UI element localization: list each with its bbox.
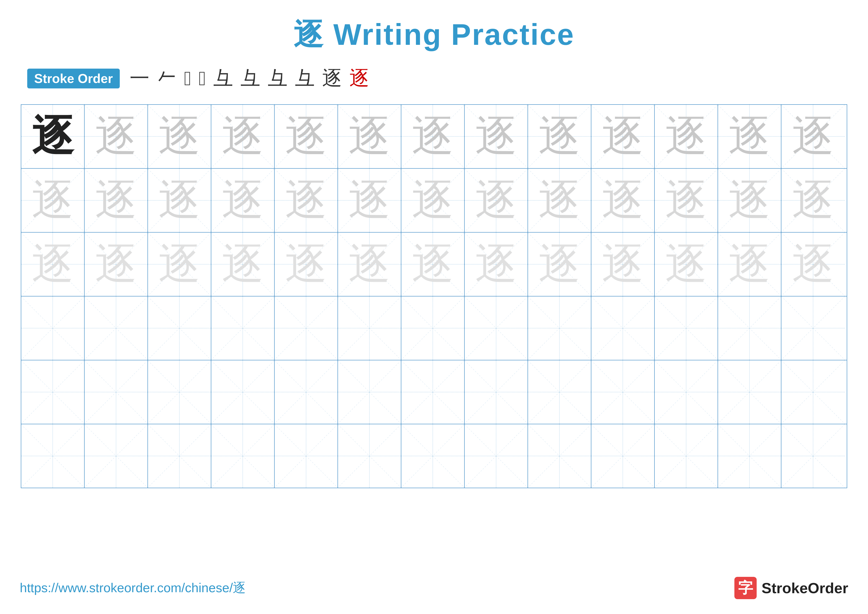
- grid-row-5: [21, 361, 847, 424]
- practice-char: 逐: [222, 179, 264, 221]
- svg-line-128: [781, 361, 845, 424]
- cell-4-11: [655, 297, 718, 360]
- cell-3-4: 逐: [211, 233, 274, 296]
- practice-char: 逐: [285, 115, 327, 157]
- practice-char: 逐: [792, 179, 834, 221]
- cell-5-13: [781, 361, 845, 424]
- stroke-6: 彑: [240, 65, 260, 92]
- practice-char: 逐: [349, 179, 391, 221]
- cell-1-13: 逐: [781, 105, 845, 168]
- cell-4-13: [781, 297, 845, 360]
- cell-2-11: 逐: [655, 169, 718, 232]
- practice-char: 逐: [222, 115, 264, 157]
- cell-3-3: 逐: [148, 233, 211, 296]
- grid-row-6: [21, 424, 847, 488]
- svg-line-154: [781, 424, 845, 488]
- cell-5-11: [655, 361, 718, 424]
- svg-line-120: [528, 361, 591, 424]
- grid-row-1: 逐 逐 逐 逐 逐 逐 逐: [21, 105, 847, 169]
- svg-line-91: [401, 297, 464, 360]
- svg-line-81: [85, 297, 147, 360]
- cell-2-6: 逐: [338, 169, 401, 232]
- cell-6-7: [401, 424, 465, 488]
- practice-char: 逐: [158, 115, 200, 157]
- cell-4-10: [591, 297, 655, 360]
- cell-1-6: 逐: [338, 105, 401, 168]
- svg-line-123: [591, 361, 654, 424]
- cell-6-2: [85, 424, 148, 488]
- cell-3-11: 逐: [655, 233, 718, 296]
- cell-5-9: [528, 361, 591, 424]
- svg-line-89: [338, 297, 401, 360]
- cell-3-10: 逐: [591, 233, 655, 296]
- stroke-3: 𠃌: [184, 67, 191, 90]
- svg-line-79: [21, 297, 84, 360]
- svg-line-98: [655, 297, 718, 360]
- svg-line-100: [718, 297, 781, 360]
- cell-3-2: 逐: [85, 233, 148, 296]
- svg-line-146: [528, 424, 591, 487]
- svg-line-113: [274, 361, 338, 424]
- svg-line-97: [591, 297, 654, 360]
- practice-char: 逐: [728, 179, 770, 221]
- stroke-9: 逐: [322, 65, 342, 92]
- cell-6-11: [655, 424, 718, 488]
- practice-char: 逐: [412, 179, 454, 221]
- svg-line-133: [85, 424, 147, 487]
- cell-6-6: [338, 424, 401, 488]
- cell-2-12: 逐: [718, 169, 781, 232]
- cell-1-4: 逐: [211, 105, 274, 168]
- practice-char: 逐: [222, 243, 264, 285]
- cell-5-3: [148, 361, 211, 424]
- stroke-order-badge: Stroke Order: [27, 68, 120, 89]
- cell-4-6: [338, 297, 401, 360]
- logo-icon: 字: [735, 577, 756, 599]
- svg-line-137: [211, 424, 274, 487]
- svg-line-99: [655, 297, 718, 360]
- svg-line-143: [401, 424, 464, 487]
- svg-line-147: [528, 424, 591, 487]
- practice-char: 逐: [792, 115, 834, 157]
- practice-char: 逐: [95, 179, 137, 221]
- cell-4-12: [718, 297, 781, 360]
- cell-4-5: [274, 297, 338, 360]
- practice-char: 逐: [32, 115, 74, 157]
- svg-line-131: [21, 424, 84, 487]
- svg-line-151: [655, 424, 718, 487]
- cell-5-4: [211, 361, 274, 424]
- practice-char: 逐: [412, 115, 454, 157]
- cell-4-7: [401, 297, 465, 360]
- practice-char: 逐: [728, 243, 770, 285]
- cell-6-13: [781, 424, 845, 488]
- cell-5-7: [401, 361, 465, 424]
- svg-line-122: [591, 361, 654, 424]
- cell-4-1: [21, 297, 85, 360]
- cell-1-5: 逐: [274, 105, 338, 168]
- practice-char: 逐: [349, 243, 391, 285]
- cell-2-2: 逐: [85, 169, 148, 232]
- svg-line-109: [148, 361, 211, 424]
- cell-1-1: 逐: [21, 105, 85, 168]
- svg-line-141: [338, 424, 401, 487]
- svg-line-104: [21, 361, 84, 424]
- cell-4-8: [465, 297, 528, 360]
- svg-line-83: [148, 297, 211, 360]
- grid-row-2: 逐 逐 逐 逐 逐 逐 逐: [21, 169, 847, 233]
- cell-1-11: 逐: [655, 105, 718, 168]
- svg-line-111: [211, 361, 274, 424]
- cell-5-12: [718, 361, 781, 424]
- cell-6-4: [211, 424, 274, 488]
- practice-char: 逐: [95, 243, 137, 285]
- cell-1-3: 逐: [148, 105, 211, 168]
- svg-line-102: [781, 297, 845, 360]
- svg-line-139: [274, 424, 338, 487]
- cell-3-7: 逐: [401, 233, 465, 296]
- svg-line-93: [465, 297, 527, 360]
- practice-char: 逐: [602, 115, 644, 157]
- practice-char: 逐: [602, 243, 644, 285]
- svg-line-78: [21, 297, 84, 360]
- cell-2-9: 逐: [528, 169, 591, 232]
- cell-3-9: 逐: [528, 233, 591, 296]
- svg-line-130: [21, 424, 84, 487]
- cell-6-1: [21, 424, 85, 488]
